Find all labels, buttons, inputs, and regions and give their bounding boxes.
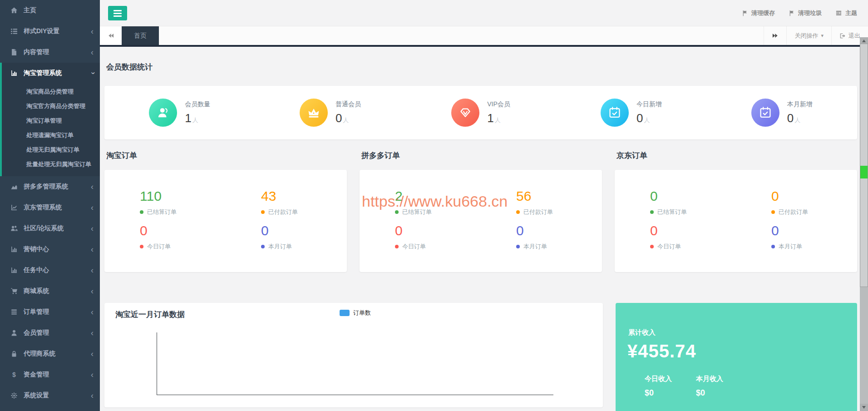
sidebar-subitem-taobao-unowned-orders[interactable]: 处理无归属淘宝订单	[2, 143, 100, 157]
sidebar-item-label: 淘宝管理系统	[24, 69, 91, 77]
page-scrollbar[interactable]	[860, 37, 868, 411]
crown-icon	[300, 99, 328, 127]
stat-value: 0人	[636, 111, 662, 125]
sidebar-item-agents[interactable]: 代理商系统 ‹	[0, 343, 100, 364]
member-stats-title: 会员数据统计	[106, 62, 857, 72]
fast-forward-icon	[772, 32, 779, 39]
green-dot-icon	[395, 210, 399, 214]
sidebar-item-label: 样式DIY设置	[24, 27, 91, 35]
sidebar-item-label: 任务中心	[24, 266, 91, 274]
sidebar-item-tasks[interactable]: 任务中心 ‹	[0, 260, 100, 281]
chevron-left-icon: ‹	[91, 308, 94, 316]
sidebar-item-label: 营销中心	[24, 245, 91, 253]
sidebar-item-pdd-system[interactable]: 拼多多管理系统 ‹	[0, 176, 100, 197]
close-operations-dropdown[interactable]: 关闭操作 ▾	[786, 26, 831, 45]
revenue-total-value: ¥455.74	[627, 341, 696, 361]
stat-label: 会员数量	[185, 100, 210, 109]
red-dot-icon	[650, 245, 654, 248]
sidebar-subitem-taobao-missed-orders[interactable]: 处理遗漏淘宝订单	[2, 128, 100, 143]
lock-icon	[10, 350, 18, 357]
gem-icon	[451, 99, 479, 127]
clear-cache-label: 清理缓存	[751, 9, 775, 17]
users-icon	[10, 225, 18, 232]
legend-swatch-icon	[340, 310, 350, 316]
chart-x-axis	[157, 395, 553, 395]
jd-orders-section: 京东订单 0 已结算订单 0 已付款订单 0 今日订单 0 本月订单	[615, 150, 857, 272]
order-stat-value: 110	[140, 188, 226, 204]
order-stat-today: 0 今日订单	[615, 223, 736, 251]
bar-chart-icon	[10, 246, 18, 253]
theme-button[interactable]: 主题	[835, 9, 857, 17]
sidebar-item-style-diy[interactable]: 样式DIY设置 ‹	[0, 21, 100, 42]
sidebar-item-funds[interactable]: $ 资金管理 ‹	[0, 364, 100, 385]
order-stat-label: 本月订单	[771, 243, 857, 251]
chevron-left-icon: ‹	[91, 266, 94, 274]
sidebar-item-marketing[interactable]: 营销中心 ‹	[0, 239, 100, 260]
sidebar-item-mall[interactable]: 商城系统 ‹	[0, 281, 100, 302]
taobao-orders-card: 110 已结算订单 43 已付款订单 0 今日订单 0 本月订单	[104, 170, 347, 272]
scrollbar-down-button[interactable]	[860, 404, 868, 411]
tabs-scroll-left-button[interactable]	[100, 26, 122, 45]
file-icon	[10, 49, 18, 56]
red-dot-icon	[395, 245, 399, 248]
order-stat-value: 0	[395, 223, 481, 239]
sidebar-subitem-taobao-batch-unowned[interactable]: 批量处理无归属淘宝订单	[2, 157, 100, 172]
chevron-left-icon: ‹	[91, 48, 94, 56]
order-stat-month: 0 本月订单	[736, 223, 857, 251]
stat-label: 本月新增	[787, 100, 813, 109]
revenue-today-label: 今日收入	[645, 375, 672, 383]
order-stat-label: 已付款订单	[516, 208, 602, 216]
line-chart-icon	[10, 204, 18, 211]
sidebar-subitem-taobao-official-category[interactable]: 淘宝官方商品分类管理	[2, 99, 100, 114]
jd-orders-card: 0 已结算订单 0 已付款订单 0 今日订单 0 本月订单	[615, 170, 857, 272]
topbar: 清理缓存 清理垃圾 主题	[100, 0, 868, 26]
sidebar-item-members[interactable]: 会员管理 ‹	[0, 322, 100, 343]
sidebar-item-settings[interactable]: 系统设置 ‹	[0, 385, 100, 406]
clear-trash-button[interactable]: 清理垃圾	[789, 9, 822, 17]
revenue-card: 累计收入 ¥455.74 今日收入 本月收入 $0 $0	[616, 303, 857, 411]
order-stat-label: 已结算订单	[650, 208, 736, 216]
order-stat-label: 已结算订单	[140, 208, 226, 216]
scrollbar-thumb[interactable]	[860, 44, 868, 287]
flag-icon	[789, 10, 795, 16]
sidebar-item-community[interactable]: 社区/论坛系统 ‹	[0, 218, 100, 239]
order-stat-value: 2	[395, 188, 481, 204]
bar-chart-icon	[10, 69, 18, 77]
stat-label: 今日新增	[636, 100, 662, 109]
chevron-left-icon: ‹	[91, 245, 94, 253]
sidebar-subitem-taobao-orders[interactable]: 淘宝订单管理	[2, 114, 100, 128]
tab-home[interactable]: 首页	[122, 26, 159, 45]
bar-chart-icon	[10, 267, 18, 274]
sidebar-item-taobao-system[interactable]: 淘宝管理系统 ‹	[2, 63, 100, 84]
sidebar-item-label: 社区/论坛系统	[24, 224, 91, 233]
tabs-scroll-right-button[interactable]	[764, 26, 786, 45]
blue-dot-icon	[771, 245, 775, 248]
order-stat-settled: 110 已结算订单	[104, 188, 226, 216]
taobao-orders-section: 淘宝订单 110 已结算订单 43 已付款订单 0 今日订单 0 本月订单	[104, 150, 347, 272]
red-dot-icon	[140, 245, 143, 248]
sidebar-item-jd-system[interactable]: 京东管理系统 ‹	[0, 197, 100, 218]
user-group-icon	[149, 99, 177, 127]
chevron-left-icon: ‹	[91, 183, 94, 191]
sidebar-item-label: 资金管理	[24, 371, 91, 379]
sidebar-item-orders[interactable]: 订单管理 ‹	[0, 302, 100, 322]
sidebar-item-label: 订单管理	[24, 308, 91, 316]
cart-icon	[10, 287, 18, 295]
sidebar-toggle-button[interactable]	[108, 6, 127, 20]
sidebar-item-label: 系统设置	[24, 391, 91, 400]
sidebar-item-home[interactable]: 主页	[0, 0, 100, 21]
sidebar-subitem-taobao-category[interactable]: 淘宝商品分类管理	[2, 84, 100, 99]
caret-down-icon: ▾	[821, 33, 824, 39]
pdd-orders-card: 2 已结算订单 56 已付款订单 0 今日订单 0 本月订单	[360, 170, 602, 272]
sidebar-item-content-mgmt[interactable]: 内容管理 ‹	[0, 42, 100, 63]
th-list-icon	[10, 28, 18, 35]
clear-cache-button[interactable]: 清理缓存	[742, 9, 775, 17]
chart-legend[interactable]: 订单数	[340, 309, 371, 317]
order-stat-value: 43	[261, 188, 347, 204]
triangle-down-icon	[862, 406, 866, 409]
order-stat-today: 0 今日订单	[104, 223, 226, 251]
order-stat-label: 已结算订单	[395, 208, 481, 216]
order-stat-label: 今日订单	[650, 243, 736, 251]
stat-new-month: 本月新增 0人	[706, 99, 857, 127]
order-stat-label: 已付款订单	[261, 208, 347, 216]
